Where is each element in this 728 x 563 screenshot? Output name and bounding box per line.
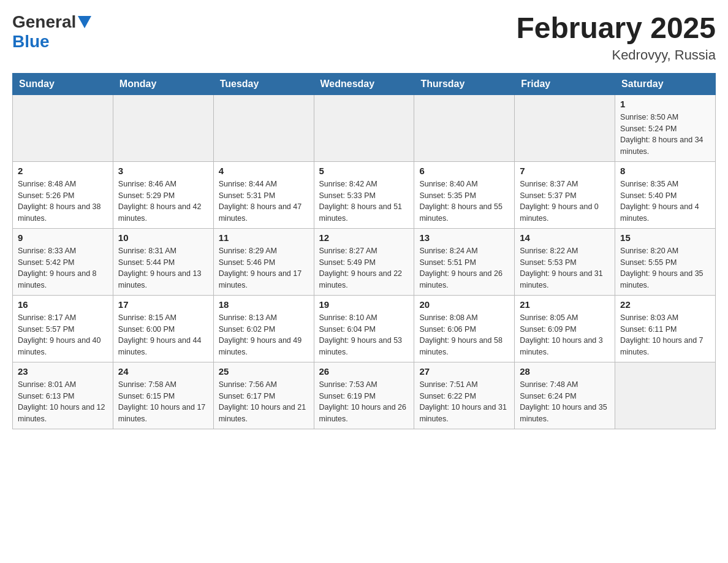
day-info: Sunrise: 8:50 AM Sunset: 5:24 PM Dayligh…: [620, 112, 710, 158]
calendar-day-cell: 16Sunrise: 8:17 AM Sunset: 5:57 PM Dayli…: [13, 295, 113, 362]
day-info: Sunrise: 8:17 AM Sunset: 5:57 PM Dayligh…: [18, 312, 108, 358]
day-number: 3: [118, 166, 208, 176]
calendar-day-cell: 4Sunrise: 8:44 AM Sunset: 5:31 PM Daylig…: [213, 161, 314, 228]
title-area: February 2025 Kedrovyy, Russia: [516, 12, 716, 63]
day-number: 9: [18, 232, 108, 243]
calendar-day-cell: 27Sunrise: 7:51 AM Sunset: 6:22 PM Dayli…: [414, 362, 515, 429]
day-number: 6: [419, 166, 509, 176]
logo-triangle-icon: [78, 16, 91, 28]
calendar-day-cell: 26Sunrise: 7:53 AM Sunset: 6:19 PM Dayli…: [314, 362, 414, 429]
calendar-week-row: 16Sunrise: 8:17 AM Sunset: 5:57 PM Dayli…: [13, 295, 716, 362]
day-info: Sunrise: 7:58 AM Sunset: 6:15 PM Dayligh…: [118, 379, 208, 425]
day-number: 15: [620, 232, 710, 243]
calendar-table: SundayMondayTuesdayWednesdayThursdayFrid…: [12, 73, 716, 429]
day-info: Sunrise: 8:08 AM Sunset: 6:06 PM Dayligh…: [419, 312, 509, 358]
day-info: Sunrise: 8:40 AM Sunset: 5:35 PM Dayligh…: [419, 178, 509, 224]
calendar-week-row: 1Sunrise: 8:50 AM Sunset: 5:24 PM Daylig…: [13, 94, 716, 161]
calendar-day-cell: 28Sunrise: 7:48 AM Sunset: 6:24 PM Dayli…: [515, 362, 615, 429]
calendar-day-cell: 7Sunrise: 8:37 AM Sunset: 5:37 PM Daylig…: [515, 161, 615, 228]
day-number: 14: [520, 232, 610, 243]
calendar-day-cell: 10Sunrise: 8:31 AM Sunset: 5:44 PM Dayli…: [113, 228, 213, 295]
calendar-day-cell: [615, 362, 716, 429]
day-info: Sunrise: 8:29 AM Sunset: 5:46 PM Dayligh…: [219, 245, 309, 291]
day-number: 17: [118, 299, 208, 310]
day-number: 21: [520, 299, 610, 310]
day-number: 24: [118, 366, 208, 377]
calendar-day-cell: [113, 94, 213, 161]
day-number: 23: [18, 366, 108, 377]
calendar-day-cell: 24Sunrise: 7:58 AM Sunset: 6:15 PM Dayli…: [113, 362, 213, 429]
day-info: Sunrise: 7:56 AM Sunset: 6:17 PM Dayligh…: [219, 379, 309, 425]
day-info: Sunrise: 8:03 AM Sunset: 6:11 PM Dayligh…: [620, 312, 710, 358]
day-info: Sunrise: 8:10 AM Sunset: 6:04 PM Dayligh…: [319, 312, 409, 358]
calendar-day-header: Saturday: [615, 73, 716, 94]
calendar-day-header: Tuesday: [213, 73, 314, 94]
day-number: 7: [520, 166, 610, 176]
day-info: Sunrise: 8:20 AM Sunset: 5:55 PM Dayligh…: [620, 245, 710, 291]
day-info: Sunrise: 8:44 AM Sunset: 5:31 PM Dayligh…: [219, 178, 309, 224]
calendar-day-cell: 15Sunrise: 8:20 AM Sunset: 5:55 PM Dayli…: [615, 228, 716, 295]
day-number: 16: [18, 299, 108, 310]
day-info: Sunrise: 8:42 AM Sunset: 5:33 PM Dayligh…: [319, 178, 409, 224]
calendar-day-cell: 17Sunrise: 8:15 AM Sunset: 6:00 PM Dayli…: [113, 295, 213, 362]
calendar-day-cell: 6Sunrise: 8:40 AM Sunset: 5:35 PM Daylig…: [414, 161, 515, 228]
day-number: 27: [419, 366, 509, 377]
day-info: Sunrise: 8:15 AM Sunset: 6:00 PM Dayligh…: [118, 312, 208, 358]
day-info: Sunrise: 7:48 AM Sunset: 6:24 PM Dayligh…: [520, 379, 610, 425]
day-info: Sunrise: 8:48 AM Sunset: 5:26 PM Dayligh…: [18, 178, 108, 224]
day-info: Sunrise: 8:31 AM Sunset: 5:44 PM Dayligh…: [118, 245, 208, 291]
calendar-day-cell: 9Sunrise: 8:33 AM Sunset: 5:42 PM Daylig…: [13, 228, 113, 295]
logo-general-text: General: [12, 12, 76, 32]
day-number: 19: [319, 299, 409, 310]
day-number: 5: [319, 166, 409, 176]
calendar-day-cell: 3Sunrise: 8:46 AM Sunset: 5:29 PM Daylig…: [113, 161, 213, 228]
day-number: 22: [620, 299, 710, 310]
day-info: Sunrise: 7:51 AM Sunset: 6:22 PM Dayligh…: [419, 379, 509, 425]
day-info: Sunrise: 8:05 AM Sunset: 6:09 PM Dayligh…: [520, 312, 610, 358]
day-info: Sunrise: 8:01 AM Sunset: 6:13 PM Dayligh…: [18, 379, 108, 425]
calendar-day-cell: 20Sunrise: 8:08 AM Sunset: 6:06 PM Dayli…: [414, 295, 515, 362]
calendar-day-cell: 25Sunrise: 7:56 AM Sunset: 6:17 PM Dayli…: [213, 362, 314, 429]
calendar-day-cell: [414, 94, 515, 161]
calendar-day-header: Sunday: [13, 73, 113, 94]
calendar-day-cell: 21Sunrise: 8:05 AM Sunset: 6:09 PM Dayli…: [515, 295, 615, 362]
day-info: Sunrise: 8:24 AM Sunset: 5:51 PM Dayligh…: [419, 245, 509, 291]
day-info: Sunrise: 7:53 AM Sunset: 6:19 PM Dayligh…: [319, 379, 409, 425]
month-title: February 2025: [516, 12, 716, 45]
calendar-day-cell: 2Sunrise: 8:48 AM Sunset: 5:26 PM Daylig…: [13, 161, 113, 228]
logo-blue-text: Blue: [12, 32, 50, 51]
day-info: Sunrise: 8:13 AM Sunset: 6:02 PM Dayligh…: [219, 312, 309, 358]
calendar-day-header: Monday: [113, 73, 213, 94]
day-number: 18: [219, 299, 309, 310]
day-number: 11: [219, 232, 309, 243]
day-number: 4: [219, 166, 309, 176]
calendar-day-header: Thursday: [414, 73, 515, 94]
calendar-day-cell: 1Sunrise: 8:50 AM Sunset: 5:24 PM Daylig…: [615, 94, 716, 161]
calendar-day-cell: [213, 94, 314, 161]
svg-marker-0: [78, 16, 91, 28]
calendar-day-cell: [314, 94, 414, 161]
day-number: 12: [319, 232, 409, 243]
calendar-day-cell: [515, 94, 615, 161]
day-number: 25: [219, 366, 309, 377]
calendar-week-row: 2Sunrise: 8:48 AM Sunset: 5:26 PM Daylig…: [13, 161, 716, 228]
location-title: Kedrovyy, Russia: [516, 47, 716, 63]
calendar-week-row: 23Sunrise: 8:01 AM Sunset: 6:13 PM Dayli…: [13, 362, 716, 429]
day-number: 10: [118, 232, 208, 243]
calendar-day-cell: [13, 94, 113, 161]
calendar-day-cell: 8Sunrise: 8:35 AM Sunset: 5:40 PM Daylig…: [615, 161, 716, 228]
calendar-day-cell: 19Sunrise: 8:10 AM Sunset: 6:04 PM Dayli…: [314, 295, 414, 362]
day-number: 8: [620, 166, 710, 176]
day-number: 28: [520, 366, 610, 377]
calendar-week-row: 9Sunrise: 8:33 AM Sunset: 5:42 PM Daylig…: [13, 228, 716, 295]
logo: General Blue: [12, 12, 91, 52]
day-info: Sunrise: 8:27 AM Sunset: 5:49 PM Dayligh…: [319, 245, 409, 291]
calendar-day-cell: 13Sunrise: 8:24 AM Sunset: 5:51 PM Dayli…: [414, 228, 515, 295]
day-info: Sunrise: 8:33 AM Sunset: 5:42 PM Dayligh…: [18, 245, 108, 291]
calendar-day-header: Friday: [515, 73, 615, 94]
calendar-day-cell: 12Sunrise: 8:27 AM Sunset: 5:49 PM Dayli…: [314, 228, 414, 295]
calendar-header-row: SundayMondayTuesdayWednesdayThursdayFrid…: [13, 73, 716, 94]
calendar-day-cell: 22Sunrise: 8:03 AM Sunset: 6:11 PM Dayli…: [615, 295, 716, 362]
calendar-day-cell: 23Sunrise: 8:01 AM Sunset: 6:13 PM Dayli…: [13, 362, 113, 429]
day-info: Sunrise: 8:22 AM Sunset: 5:53 PM Dayligh…: [520, 245, 610, 291]
